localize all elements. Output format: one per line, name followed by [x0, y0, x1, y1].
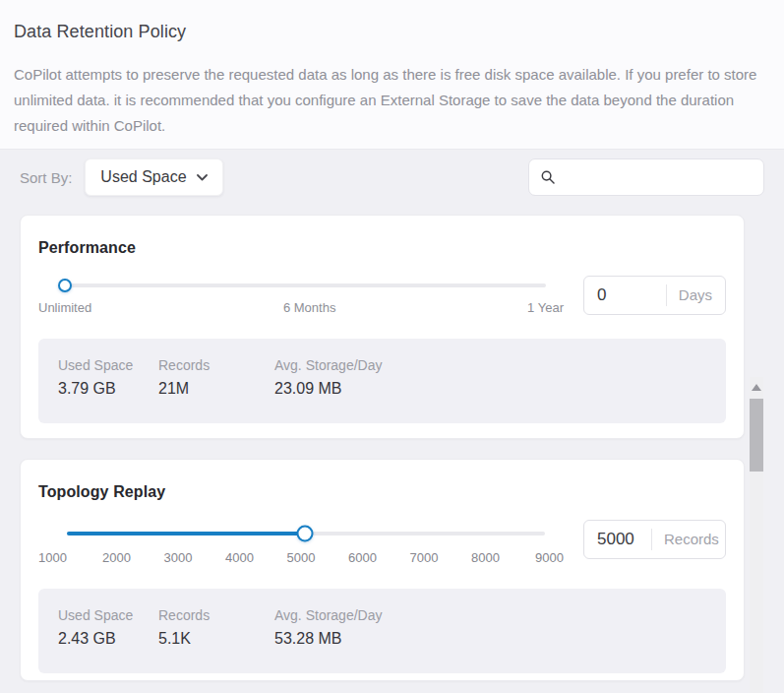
stat-value: 2.43 GB — [58, 630, 158, 648]
topology-retention-slider[interactable] — [67, 526, 545, 541]
stat-records: Records 21M — [158, 357, 274, 423]
performance-retention-slider[interactable] — [60, 278, 546, 293]
stat-records: Records 5.1K — [158, 607, 274, 673]
data-retention-page: Data Retention Policy CoPilot attempts t… — [0, 0, 784, 693]
sort-by-label: Sort By: — [20, 169, 72, 186]
stat-label: Avg. Storage/Day — [274, 357, 706, 373]
sort-dropdown-value: Used Space — [100, 168, 186, 186]
card-title-topology-replay: Topology Replay — [38, 460, 726, 501]
page-title: Data Retention Policy — [14, 22, 768, 42]
topology-slider-marks: 1000 2000 3000 4000 5000 6000 7000 8000 … — [38, 550, 564, 565]
stat-label: Used Space — [58, 607, 158, 623]
mark-6-months: 6 Months — [283, 300, 335, 315]
stat-avg-storage: Avg. Storage/Day 53.28 MB — [274, 607, 706, 673]
scroll-up-arrow-icon[interactable] — [752, 384, 761, 391]
topology-records-inputbox[interactable]: Records — [583, 520, 726, 559]
topology-records-unit: Records — [651, 529, 726, 550]
page-description: CoPilot attempts to preserve the request… — [14, 62, 768, 139]
stat-value: 21M — [158, 380, 274, 398]
slider-handle[interactable] — [58, 279, 72, 292]
card-performance: Performance Unlimited 6 Months 1 Year — [20, 215, 745, 439]
stat-label: Records — [158, 607, 274, 623]
search-input[interactable] — [563, 169, 754, 185]
topology-slider-row: 1000 2000 3000 4000 5000 6000 7000 8000 … — [38, 520, 726, 565]
stat-value: 5.1K — [158, 630, 274, 648]
chevron-down-icon — [197, 174, 208, 181]
performance-slider-row: Unlimited 6 Months 1 Year Days — [38, 276, 726, 315]
topology-slider-col: 1000 2000 3000 4000 5000 6000 7000 8000 … — [38, 520, 583, 565]
search-icon — [541, 170, 555, 184]
content-area: Sort By: Used Space Performance — [0, 158, 784, 693]
stat-avg-storage: Avg. Storage/Day 23.09 MB — [274, 357, 706, 423]
retention-cards: Performance Unlimited 6 Months 1 Year — [20, 215, 745, 681]
mark-4000: 4000 — [213, 550, 267, 565]
toolbar: Sort By: Used Space — [20, 158, 764, 196]
stat-value: 3.79 GB — [58, 380, 158, 398]
stat-used-space: Used Space 3.79 GB — [58, 357, 158, 423]
card-title-performance: Performance — [38, 216, 726, 257]
mark-5000: 5000 — [274, 550, 328, 565]
stat-value: 23.09 MB — [274, 380, 706, 398]
scrollbar[interactable] — [750, 377, 763, 693]
mark-6000: 6000 — [336, 550, 390, 565]
topology-stats-panel: Used Space 2.43 GB Records 5.1K Avg. Sto… — [38, 589, 726, 673]
mark-2000: 2000 — [90, 550, 144, 565]
mark-1-year: 1 Year — [527, 300, 564, 315]
stat-value: 53.28 MB — [274, 630, 706, 648]
mark-unlimited: Unlimited — [38, 300, 91, 315]
slider-fill — [67, 532, 305, 536]
stat-used-space: Used Space 2.43 GB — [58, 607, 158, 673]
search-box[interactable] — [528, 158, 764, 196]
card-topology-replay: Topology Replay 1000 2000 3000 — [20, 459, 745, 681]
performance-slider-col: Unlimited 6 Months 1 Year — [38, 276, 583, 315]
performance-days-inputbox[interactable]: Days — [583, 276, 726, 315]
performance-days-unit: Days — [666, 284, 725, 306]
stat-label: Used Space — [58, 357, 158, 373]
topology-records-input[interactable] — [584, 530, 651, 549]
slider-track[interactable] — [60, 284, 546, 287]
slider-handle[interactable] — [297, 526, 314, 542]
performance-days-input[interactable] — [584, 285, 651, 305]
mark-7000: 7000 — [397, 550, 451, 565]
mark-9000: 9000 — [520, 550, 564, 565]
mark-3000: 3000 — [151, 550, 205, 565]
stat-label: Avg. Storage/Day — [274, 607, 706, 623]
mark-1000: 1000 — [38, 550, 82, 565]
stat-label: Records — [158, 357, 274, 373]
sort-dropdown[interactable]: Used Space — [85, 158, 222, 196]
performance-stats-panel: Used Space 3.79 GB Records 21M Avg. Stor… — [38, 339, 726, 423]
mark-8000: 8000 — [459, 550, 513, 565]
performance-slider-marks: Unlimited 6 Months 1 Year — [38, 300, 564, 315]
scrollbar-thumb[interactable] — [750, 399, 763, 472]
page-header: Data Retention Policy CoPilot attempts t… — [0, 0, 784, 150]
